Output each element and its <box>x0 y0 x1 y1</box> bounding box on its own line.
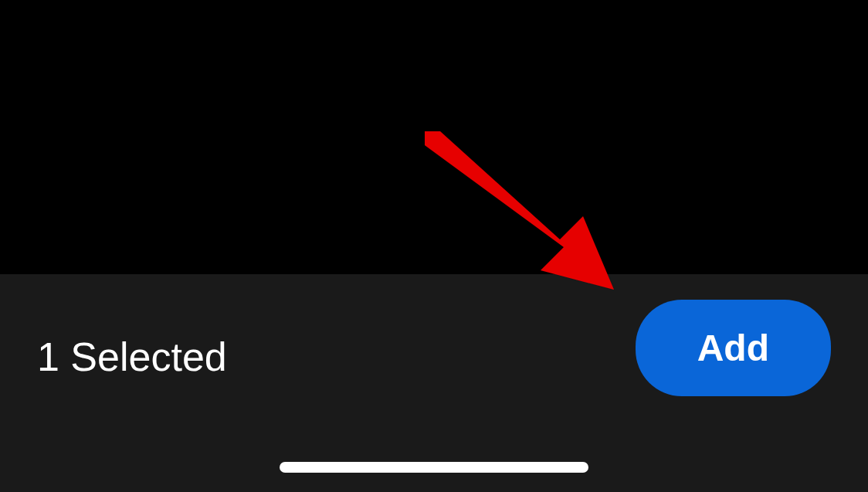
selected-count-label: 1 Selected <box>37 317 227 380</box>
home-indicator[interactable] <box>280 462 588 473</box>
add-button[interactable]: Add <box>636 300 831 396</box>
content-area <box>0 0 868 274</box>
selection-toolbar: 1 Selected Add <box>0 274 868 492</box>
